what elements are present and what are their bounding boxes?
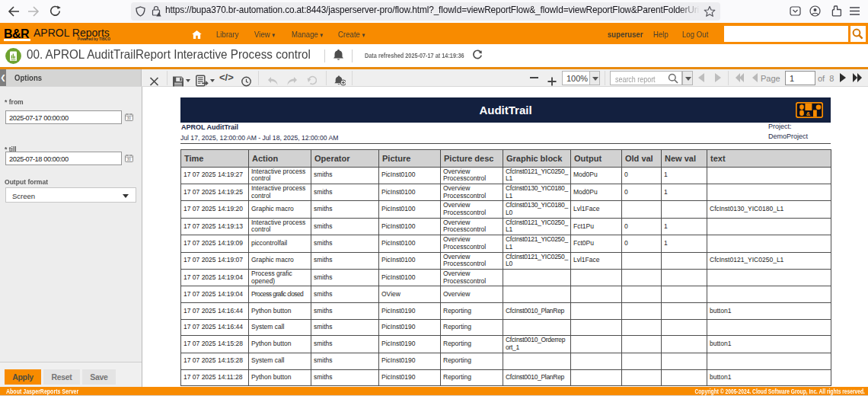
- svg-text:30: 30: [127, 158, 132, 161]
- svg-text:30: 30: [127, 117, 132, 120]
- svg-text:&: &: [806, 110, 811, 117]
